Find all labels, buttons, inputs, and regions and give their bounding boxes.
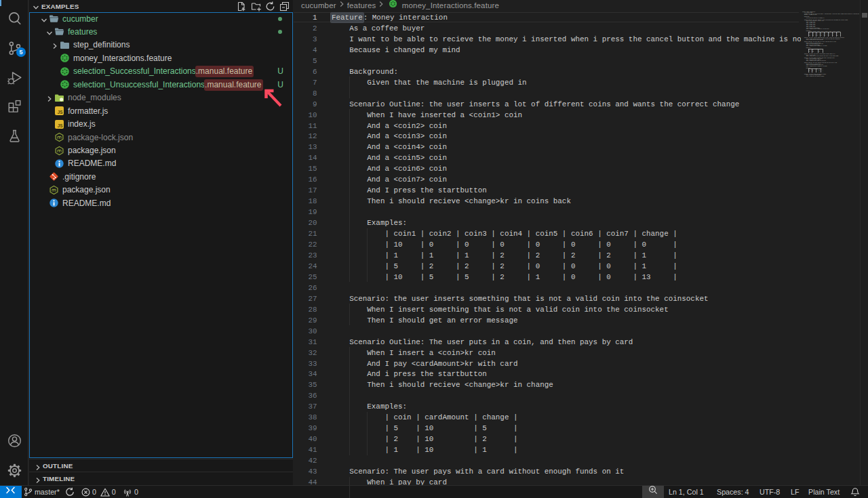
svg-text:JS: JS [58,110,64,115]
svg-text:JS: JS [58,123,64,128]
